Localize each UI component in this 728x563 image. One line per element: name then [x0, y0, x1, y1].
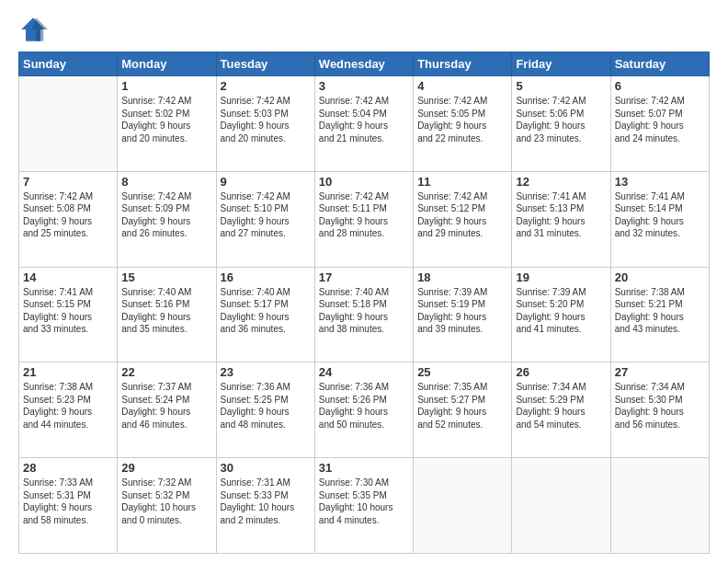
cell-line: Daylight: 9 hours — [221, 120, 311, 132]
calendar-cell: 14Sunrise: 7:41 AMSunset: 5:15 PMDayligh… — [19, 267, 118, 362]
cell-line: Daylight: 9 hours — [615, 406, 705, 419]
calendar-cell: 29Sunrise: 7:32 AMSunset: 5:32 PMDayligh… — [118, 458, 216, 554]
day-number: 16 — [221, 270, 311, 284]
calendar-cell: 19Sunrise: 7:39 AMSunset: 5:20 PMDayligh… — [512, 267, 610, 362]
calendar-table: SundayMondayTuesdayWednesdayThursdayFrid… — [18, 52, 710, 554]
cell-line: Sunset: 5:18 PM — [319, 298, 409, 311]
cell-line: and 35 minutes. — [121, 323, 211, 336]
day-number: 29 — [121, 461, 211, 475]
cell-line: and 33 minutes. — [23, 323, 113, 336]
cell-line: and 2 minutes. — [221, 514, 311, 527]
day-number: 2 — [221, 79, 311, 93]
day-number: 20 — [615, 270, 705, 284]
cell-line: and 21 minutes. — [319, 132, 409, 145]
calendar-cell: 8Sunrise: 7:42 AMSunset: 5:09 PMDaylight… — [118, 171, 216, 267]
calendar-cell: 6Sunrise: 7:42 AMSunset: 5:07 PMDaylight… — [610, 76, 709, 172]
day-number: 24 — [319, 365, 409, 379]
cell-line: Daylight: 9 hours — [23, 406, 113, 419]
cell-line: and 24 minutes. — [615, 132, 705, 145]
cell-line: Sunrise: 7:42 AM — [615, 95, 705, 108]
cell-line: Sunrise: 7:36 AM — [221, 381, 311, 394]
cell-line: Sunset: 5:35 PM — [319, 489, 409, 502]
logo — [18, 15, 51, 44]
cell-line: Daylight: 9 hours — [417, 406, 507, 419]
calendar-cell — [512, 458, 610, 554]
cell-line: Sunrise: 7:42 AM — [319, 190, 409, 203]
cell-line: Daylight: 9 hours — [221, 215, 311, 228]
calendar-header: SundayMondayTuesdayWednesdayThursdayFrid… — [19, 52, 710, 76]
cell-line: Sunset: 5:14 PM — [615, 202, 705, 215]
header-cell-wednesday: Wednesday — [314, 52, 413, 76]
cell-line: Sunset: 5:26 PM — [319, 394, 409, 407]
cell-line: Sunset: 5:17 PM — [221, 298, 311, 311]
cell-line: and 39 minutes. — [417, 323, 507, 336]
calendar-cell — [414, 458, 512, 554]
cell-line: Daylight: 9 hours — [516, 215, 606, 228]
cell-line: Daylight: 10 hours — [221, 501, 311, 514]
calendar-cell: 21Sunrise: 7:38 AMSunset: 5:23 PMDayligh… — [19, 362, 118, 458]
day-number: 17 — [319, 270, 409, 284]
calendar-cell: 23Sunrise: 7:36 AMSunset: 5:25 PMDayligh… — [216, 362, 314, 458]
cell-line: Daylight: 9 hours — [615, 120, 705, 132]
day-number: 22 — [121, 365, 211, 379]
logo-icon — [18, 15, 48, 44]
cell-line: and 22 minutes. — [417, 132, 507, 145]
day-number: 7 — [23, 175, 113, 189]
cell-line: Sunset: 5:19 PM — [417, 298, 507, 311]
cell-line: Daylight: 9 hours — [417, 311, 507, 324]
cell-line: Sunrise: 7:40 AM — [221, 286, 311, 299]
calendar-cell: 2Sunrise: 7:42 AMSunset: 5:03 PMDaylight… — [216, 76, 314, 172]
cell-line: and 28 minutes. — [319, 227, 409, 240]
calendar-cell: 5Sunrise: 7:42 AMSunset: 5:06 PMDaylight… — [512, 76, 610, 172]
calendar-cell: 7Sunrise: 7:42 AMSunset: 5:08 PMDaylight… — [19, 171, 118, 267]
cell-line: and 52 minutes. — [417, 419, 507, 431]
calendar-cell: 1Sunrise: 7:42 AMSunset: 5:02 PMDaylight… — [118, 76, 216, 172]
cell-line: Daylight: 9 hours — [615, 311, 705, 324]
cell-line: Sunrise: 7:42 AM — [221, 95, 311, 108]
cell-line: and 31 minutes. — [516, 227, 606, 240]
cell-line: Sunset: 5:04 PM — [319, 108, 409, 121]
day-number: 26 — [516, 365, 606, 379]
cell-line: and 46 minutes. — [121, 419, 211, 431]
calendar-cell: 22Sunrise: 7:37 AMSunset: 5:24 PMDayligh… — [118, 362, 216, 458]
calendar-cell: 9Sunrise: 7:42 AMSunset: 5:10 PMDaylight… — [216, 171, 314, 267]
calendar-cell: 3Sunrise: 7:42 AMSunset: 5:04 PMDaylight… — [314, 76, 413, 172]
calendar-cell: 31Sunrise: 7:30 AMSunset: 5:35 PMDayligh… — [314, 458, 413, 554]
day-number: 30 — [221, 461, 311, 475]
calendar-cell — [19, 76, 118, 172]
calendar-week-5: 28Sunrise: 7:33 AMSunset: 5:31 PMDayligh… — [19, 458, 710, 554]
calendar-cell: 25Sunrise: 7:35 AMSunset: 5:27 PMDayligh… — [414, 362, 512, 458]
day-number: 12 — [516, 175, 606, 189]
cell-line: Daylight: 9 hours — [23, 215, 113, 228]
calendar-cell: 13Sunrise: 7:41 AMSunset: 5:14 PMDayligh… — [610, 171, 709, 267]
cell-line: Daylight: 9 hours — [319, 406, 409, 419]
cell-line: Sunrise: 7:41 AM — [516, 190, 606, 203]
cell-line: Sunset: 5:15 PM — [23, 298, 113, 311]
cell-line: Sunrise: 7:42 AM — [23, 190, 113, 203]
cell-line: Daylight: 9 hours — [319, 215, 409, 228]
cell-line: Daylight: 9 hours — [121, 406, 211, 419]
day-number: 13 — [615, 175, 705, 189]
cell-line: Daylight: 9 hours — [221, 311, 311, 324]
day-number: 21 — [23, 365, 113, 379]
calendar-cell: 20Sunrise: 7:38 AMSunset: 5:21 PMDayligh… — [610, 267, 709, 362]
day-number: 25 — [417, 365, 507, 379]
calendar-week-1: 1Sunrise: 7:42 AMSunset: 5:02 PMDaylight… — [19, 76, 710, 172]
cell-line: Sunset: 5:12 PM — [417, 202, 507, 215]
calendar-cell: 24Sunrise: 7:36 AMSunset: 5:26 PMDayligh… — [314, 362, 413, 458]
cell-line: Sunset: 5:21 PM — [615, 298, 705, 311]
calendar-cell: 30Sunrise: 7:31 AMSunset: 5:33 PMDayligh… — [216, 458, 314, 554]
cell-line: Daylight: 9 hours — [121, 311, 211, 324]
cell-line: Sunset: 5:25 PM — [221, 394, 311, 407]
cell-line: Sunrise: 7:38 AM — [615, 286, 705, 299]
cell-line: Sunset: 5:31 PM — [23, 489, 113, 502]
header-cell-thursday: Thursday — [414, 52, 512, 76]
cell-line: Sunset: 5:10 PM — [221, 202, 311, 215]
calendar-cell: 18Sunrise: 7:39 AMSunset: 5:19 PMDayligh… — [414, 267, 512, 362]
cell-line: and 20 minutes. — [121, 132, 211, 145]
cell-line: Daylight: 10 hours — [319, 501, 409, 514]
cell-line: Daylight: 9 hours — [417, 215, 507, 228]
calendar-body: 1Sunrise: 7:42 AMSunset: 5:02 PMDaylight… — [19, 76, 710, 554]
cell-line: and 44 minutes. — [23, 419, 113, 431]
cell-line: Sunset: 5:32 PM — [121, 489, 211, 502]
